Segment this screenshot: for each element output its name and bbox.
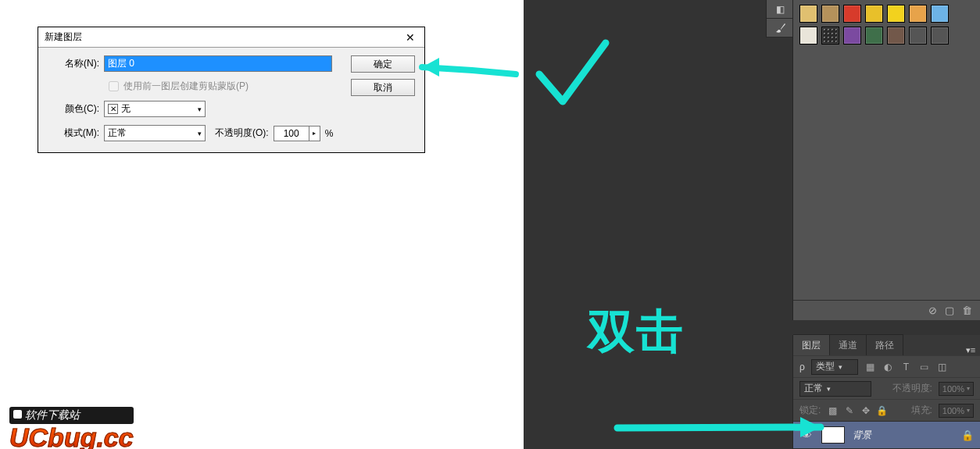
mode-value: 正常 (108, 127, 127, 140)
panel-opacity-value[interactable]: 100%▾ (939, 382, 974, 396)
swatch[interactable] (887, 5, 905, 23)
swatch[interactable] (865, 5, 883, 23)
swatch[interactable] (909, 27, 927, 45)
chevron-down-icon: ▾ (198, 130, 202, 137)
toolbar-tool-1[interactable]: ◧ (767, 0, 793, 19)
tab-layers[interactable]: 图层 (793, 334, 830, 355)
layer-lock-icon: 🔒 (961, 429, 974, 441)
color-dropdown[interactable]: ✕ 无 ▾ (104, 101, 206, 117)
name-label: 名称(N): (48, 57, 104, 70)
photoshop-dark-area: ◧ ⊘ ▢ 🗑 图层 通道 路径 ▾≡ ρ 类型 (524, 0, 980, 449)
side-toolbar: ◧ (766, 0, 794, 37)
fill-label: 填充: (911, 404, 932, 417)
clip-mask-checkbox (109, 81, 119, 91)
layer-thumbnail[interactable] (821, 426, 845, 444)
fill-value[interactable]: 100%▾ (939, 404, 974, 418)
logo-top-text: 软件下载站 (9, 407, 134, 424)
tab-channels[interactable]: 通道 (830, 334, 867, 355)
close-icon[interactable]: ✕ (402, 31, 418, 44)
chevron-down-icon: ▾ (827, 385, 831, 393)
dialog-title: 新建图层 (45, 30, 82, 44)
lock-position-icon[interactable]: ✥ (860, 404, 871, 416)
logo-bottom-text: UCbug.cc (9, 426, 134, 449)
filter-smart-icon[interactable]: ◫ (936, 361, 948, 372)
lock-label: 锁定: (799, 404, 821, 417)
filter-shape-icon[interactable]: ▭ (918, 361, 930, 372)
chevron-down-icon: ▾ (198, 105, 202, 113)
swatches-grid (793, 0, 980, 66)
swatch[interactable] (843, 5, 861, 23)
lock-all-icon[interactable]: 🔒 (876, 404, 888, 416)
new-layer-dialog: 新建图层 ✕ 确定 取消 名称(N): 使用前一图层创建剪贴蒙版(P) 颜色(C… (38, 27, 425, 153)
lock-fill-row: 锁定: ▩ ✎ ✥ 🔒 填充: 100%▾ (793, 399, 980, 421)
swatch[interactable] (909, 5, 927, 23)
opacity-unit: % (320, 128, 334, 139)
opacity-input[interactable]: 100 (274, 126, 309, 141)
swatch[interactable] (843, 27, 861, 45)
swatch[interactable] (865, 27, 883, 45)
swatch[interactable] (931, 27, 949, 45)
swatch[interactable] (799, 27, 817, 45)
filter-type-icon[interactable]: T (900, 361, 912, 372)
ucbug-logo: 软件下载站 UCbug.cc (9, 407, 134, 449)
panel-opacity-label: 不透明度: (892, 382, 932, 395)
visibility-eye-icon[interactable]: 👁 (799, 429, 814, 441)
none-swatch-icon: ✕ (108, 104, 118, 114)
layers-panel-tabs: 图层 通道 路径 ▾≡ (793, 335, 980, 355)
swatch[interactable] (821, 5, 839, 23)
brush-tool-icon[interactable] (767, 19, 793, 37)
ok-button[interactable]: 确定 (351, 55, 415, 73)
filter-adjust-icon[interactable]: ◐ (882, 361, 894, 372)
swatch[interactable] (799, 5, 817, 23)
blend-mode-value: 正常 (804, 382, 823, 395)
swatch[interactable] (931, 5, 949, 23)
cancel-button[interactable]: 取消 (351, 79, 415, 96)
kind-label: 类型 (816, 360, 835, 373)
lock-image-icon[interactable]: ✎ (843, 404, 855, 416)
background-layer-item[interactable]: 👁 背景 🔒 (793, 421, 980, 449)
color-label: 颜色(C): (48, 102, 104, 116)
new-swatch-icon[interactable]: ▢ (945, 305, 954, 316)
opacity-label: 不透明度(O): (206, 127, 274, 140)
blend-mode-dropdown[interactable]: 正常 ▾ (799, 381, 871, 397)
layer-filter-row: ρ 类型 ▾ ▦ ◐ T ▭ ◫ (793, 355, 980, 377)
swatch[interactable] (821, 27, 839, 45)
layer-name-input[interactable] (104, 55, 332, 72)
mode-dropdown[interactable]: 正常 ▾ (104, 125, 206, 141)
kind-dropdown[interactable]: 类型 ▾ (811, 359, 858, 375)
swatches-panel: ⊘ ▢ 🗑 (792, 0, 980, 320)
swatches-footer: ⊘ ▢ 🗑 (793, 300, 980, 320)
layers-panel: 图层 通道 路径 ▾≡ ρ 类型 ▾ ▦ ◐ T ▭ ◫ 正常 ▾ 不透明度: (792, 335, 980, 449)
layer-name-label: 背景 (853, 429, 953, 442)
dialog-titlebar[interactable]: 新建图层 ✕ (38, 27, 424, 48)
swatch[interactable] (887, 27, 905, 45)
lock-transparent-icon[interactable]: ▩ (827, 404, 839, 416)
tab-paths[interactable]: 路径 (867, 334, 903, 355)
blocked-icon[interactable]: ⊘ (928, 305, 937, 316)
filter-pixel-icon[interactable]: ▦ (864, 361, 876, 372)
panel-menu-icon[interactable]: ▾≡ (961, 341, 980, 355)
chevron-down-icon: ▾ (839, 363, 842, 371)
left-white-area: 新建图层 ✕ 确定 取消 名称(N): 使用前一图层创建剪贴蒙版(P) 颜色(C… (0, 0, 524, 449)
trash-icon[interactable]: 🗑 (962, 305, 972, 316)
blend-opacity-row: 正常 ▾ 不透明度: 100%▾ (793, 377, 980, 399)
opacity-value: 100 (284, 128, 299, 139)
color-value: 无 (121, 102, 131, 116)
opacity-flyout-icon[interactable]: ▸ (309, 126, 320, 141)
clip-mask-label: 使用前一图层创建剪贴蒙版(P) (123, 80, 249, 93)
mode-label: 模式(M): (48, 127, 104, 140)
